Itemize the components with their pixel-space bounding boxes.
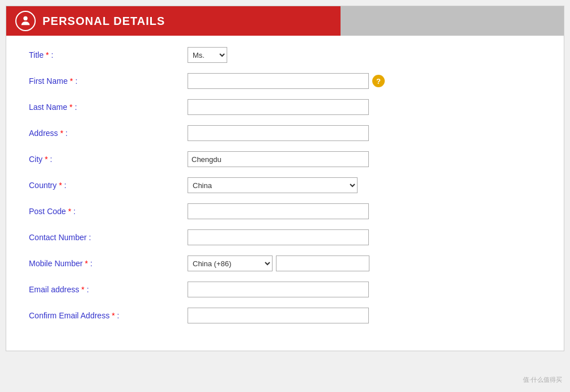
title-label: Title * : — [29, 50, 188, 59]
email-input[interactable] — [188, 282, 369, 297]
contact-number-field — [188, 229, 369, 245]
email-field — [188, 282, 369, 297]
post-code-label: Post Code * : — [29, 207, 188, 216]
email-required-star: * — [82, 285, 84, 294]
post-code-row: Post Code * : — [29, 203, 541, 219]
title-select[interactable]: Mr. Ms. Mrs. Dr. — [188, 47, 227, 63]
mobile-number-label: Mobile Number * : — [29, 259, 188, 268]
mobile-number-row: Mobile Number * : China (+86) US (+1) UK… — [29, 255, 541, 271]
confirm-email-required-star: * — [112, 311, 114, 320]
address-input[interactable] — [188, 125, 369, 141]
last-name-input[interactable] — [188, 99, 369, 115]
title-row: Title * : Mr. Ms. Mrs. Dr. — [29, 47, 541, 63]
address-field — [188, 125, 369, 141]
first-name-label: First Name * : — [29, 76, 188, 86]
watermark: 值·什么值得买 — [523, 376, 562, 384]
mobile-number-required-star: * — [85, 259, 88, 268]
contact-number-input[interactable] — [188, 229, 369, 245]
page-title: PERSONAL DETAILS — [42, 15, 165, 28]
address-required-star: * — [60, 129, 63, 138]
country-label: Country * : — [29, 181, 188, 190]
confirm-email-field — [188, 308, 369, 323]
title-required-star: * — [46, 50, 49, 59]
person-icon — [15, 11, 36, 31]
city-field — [188, 151, 369, 167]
address-row: Address * : — [29, 125, 541, 141]
first-name-field: ? — [188, 73, 385, 89]
city-input[interactable] — [188, 151, 369, 167]
svg-point-0 — [23, 16, 27, 20]
country-select[interactable]: China United States United Kingdom Austr… — [188, 177, 358, 193]
city-row: City * : — [29, 151, 541, 167]
email-row: Email address * : — [29, 282, 541, 297]
page-container: PERSONAL DETAILS Title * : Mr. Ms. Mrs. … — [6, 6, 564, 351]
form-body: Title * : Mr. Ms. Mrs. Dr. First Name * … — [6, 36, 564, 351]
post-code-input[interactable] — [188, 203, 369, 219]
last-name-row: Last Name * : — [29, 99, 541, 115]
post-code-required-star: * — [68, 207, 71, 216]
last-name-field — [188, 99, 369, 115]
first-name-help-icon[interactable]: ? — [372, 75, 385, 87]
confirm-email-label: Confirm Email Address * : — [29, 311, 188, 320]
confirm-email-input[interactable] — [188, 308, 369, 323]
country-field: China United States United Kingdom Austr… — [188, 177, 358, 193]
contact-number-row: Contact Number : — [29, 229, 541, 245]
country-required-star: * — [59, 181, 62, 190]
first-name-row: First Name * : ? — [29, 73, 541, 89]
address-label: Address * : — [29, 129, 188, 138]
country-row: Country * : China United States United K… — [29, 177, 541, 193]
mobile-number-input[interactable] — [276, 255, 369, 271]
city-required-star: * — [45, 155, 48, 164]
email-label: Email address * : — [29, 285, 188, 294]
title-field: Mr. Ms. Mrs. Dr. — [188, 47, 227, 63]
mobile-number-field: China (+86) US (+1) UK (+44) — [188, 255, 369, 271]
last-name-required-star: * — [70, 103, 73, 112]
last-name-label: Last Name * : — [29, 103, 188, 112]
city-label: City * : — [29, 155, 188, 164]
confirm-email-row: Confirm Email Address * : — [29, 308, 541, 323]
first-name-input[interactable] — [188, 73, 369, 89]
contact-number-label: Contact Number : — [29, 233, 188, 242]
mobile-country-select[interactable]: China (+86) US (+1) UK (+44) — [188, 255, 273, 271]
post-code-field — [188, 203, 369, 219]
first-name-required-star: * — [70, 76, 73, 86]
page-header: PERSONAL DETAILS — [6, 6, 564, 36]
